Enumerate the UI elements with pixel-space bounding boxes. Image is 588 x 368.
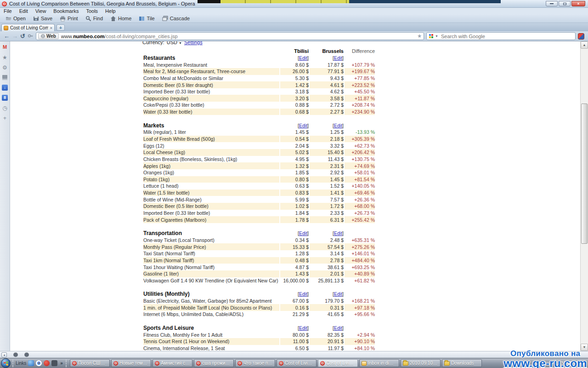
new-tab-button[interactable]: + [57, 24, 65, 31]
item-label: Coke/Pepsi (0.33 liter bottle) [143, 102, 279, 109]
item-label: Potato (1kg) [143, 176, 279, 183]
toolbar-overflow-chevron[interactable]: » [60, 361, 63, 366]
taskbar-button[interactable]: Downloads [442, 359, 482, 367]
difference-percent: +2.94 % [345, 331, 375, 338]
key-icon[interactable] [28, 32, 34, 40]
taskbar-button[interactable]: OАмнистия спутн... [153, 359, 192, 367]
home-button[interactable]: Home [107, 15, 135, 23]
table-row: Oranges (1kg)1.85 $2.92 $+58.01 % [143, 169, 375, 176]
find-button[interactable]: Find [82, 15, 107, 23]
search-field[interactable]: ▼ [426, 32, 576, 40]
edit-link[interactable]: Edit [299, 55, 307, 61]
opera-link-icon[interactable] [578, 33, 584, 40]
taskbar-button[interactable]: Oсша прожиточн... [194, 359, 234, 367]
brussels-price: 25,891.13 $ [310, 277, 344, 284]
tbilisi-price: 1.28 $ [280, 250, 309, 257]
table-header-row: TbilisiBrusselsDifference [143, 48, 375, 55]
background-window-strip-dark [198, 0, 220, 3]
url-field[interactable]: Web www.numbeo.com/cost-of-living/compar… [36, 32, 424, 40]
close-button[interactable]: x [571, 1, 585, 6]
back-button[interactable]: ← [4, 33, 10, 39]
downloads-icon[interactable]: ↓ [2, 85, 8, 91]
taskbar-button[interactable]: OНовые темы | Ф... [111, 359, 151, 367]
taskbar-button[interactable]: OCost of Living in ... [277, 359, 317, 367]
menu-view[interactable]: View [32, 8, 50, 14]
reload-button[interactable]: ↺ [20, 33, 25, 39]
search-engine-dropdown-icon[interactable]: ▼ [435, 34, 438, 38]
tab-close-icon[interactable]: × [50, 26, 52, 30]
app-quicklaunch-icon[interactable] [51, 360, 57, 366]
menu-tools[interactable]: Tools [82, 8, 102, 14]
edit-link[interactable]: Edit [334, 291, 342, 297]
currency-row: Currency: USD ▼ Settings [142, 41, 580, 45]
table-row: Eggs (12)2.04 $3.32 $+62.73 % [143, 142, 375, 149]
search-input[interactable] [440, 33, 573, 40]
restore-button[interactable] [559, 1, 571, 6]
print-button[interactable]: Print [56, 15, 82, 23]
forward-button[interactable]: → [12, 33, 18, 39]
opera-turbo-icon[interactable] [24, 352, 29, 357]
gmail-icon[interactable]: M [2, 44, 8, 50]
edit-link[interactable]: Edit [334, 230, 342, 236]
tbilisi-price: 5.30 $ [280, 75, 309, 82]
panel-toggle-button[interactable]: ◂ [1, 352, 7, 357]
tab-cost-of-living[interactable]: Cost of Living Compari... × [1, 24, 55, 31]
open-button[interactable]: Open [2, 15, 29, 23]
taskbar-button[interactable]: OЧто такое прож... [235, 359, 275, 367]
opera-icon: O [279, 361, 283, 366]
taskbar-button[interactable]: 2010.09.10 Landc... [401, 359, 441, 367]
history-icon[interactable]: ◷ [2, 105, 8, 111]
security-badge[interactable]: Web [38, 33, 59, 39]
vertical-scrollbar[interactable]: ▲ ▼ [580, 41, 588, 351]
opera-quicklaunch-icon[interactable] [44, 360, 50, 366]
menu-help[interactable]: Help [102, 8, 119, 14]
table-row: Milk (regular), 1 liter1.45 $1.25 $-13.9… [143, 129, 375, 136]
minimize-button[interactable] [546, 1, 558, 6]
tile-button[interactable]: Tile [135, 15, 158, 23]
taskbar-button[interactable]: Inbox in dimitria... [359, 359, 399, 367]
item-label: Milk (regular), 1 liter [143, 129, 279, 136]
menu-file[interactable]: File [0, 8, 16, 14]
chrome-quicklaunch-icon[interactable] [36, 360, 42, 366]
edit-link[interactable]: Edit [299, 123, 307, 128]
settings-link[interactable]: Settings [184, 41, 203, 45]
difference-percent: +84.10 % [345, 345, 375, 351]
add-panel-icon[interactable]: + [2, 115, 8, 121]
taskbar-button-label: сша прожиточн... [202, 361, 232, 366]
notes-icon[interactable] [2, 75, 8, 80]
save-button[interactable]: Save [29, 15, 56, 23]
edit-link[interactable]: Edit [299, 291, 307, 297]
brussels-price: 179.70 $ [310, 298, 344, 305]
brussels-price: 17.87 $ [310, 61, 344, 68]
opera-unite-icon[interactable] [13, 352, 18, 357]
taskbar-button[interactable]: OCost of Living C... [318, 359, 358, 367]
badge-8-icon[interactable]: 8 [2, 95, 8, 101]
table-row: Cinema, International Release, 1 Seat6.5… [143, 345, 375, 351]
edit-link[interactable]: Edit [334, 55, 342, 61]
edit-link[interactable]: Edit [299, 325, 307, 331]
currency-select[interactable]: USD ▼ [167, 41, 182, 45]
difference-percent: +97.18 % [345, 304, 375, 311]
cascade-button[interactable]: Cascade [158, 15, 193, 23]
brussels-price: 2.27 $ [310, 109, 344, 115]
ie-quicklaunch-icon[interactable] [28, 360, 34, 366]
folder-icon [444, 361, 450, 366]
scrollbar-thumb[interactable] [581, 104, 588, 244]
menu-edit[interactable]: Edit [16, 8, 32, 14]
gear-icon[interactable]: ⚙ [2, 64, 8, 70]
edit-link[interactable]: Edit [299, 230, 307, 236]
bookmark-star-icon[interactable]: ★ [417, 33, 422, 39]
edit-link[interactable]: Edit [334, 325, 342, 331]
table-row: Monthly Pass (Regular Price)15.33 $57.54… [143, 243, 375, 250]
edit-link[interactable]: Edit [334, 123, 342, 128]
difference-percent: +146.01 % [345, 250, 375, 257]
item-label: Combo Meal at McDonalds or Similar [143, 75, 279, 82]
start-button[interactable] [1, 358, 11, 368]
tbilisi-price: 80.00 $ [280, 331, 309, 338]
scroll-up-button[interactable]: ▲ [581, 41, 588, 49]
taskbar-button[interactable]: OПосол США в Л... [70, 359, 110, 367]
comparison-table: TbilisiBrusselsDifferenceRestaurants[Edi… [142, 48, 376, 351]
tool-label: Save [41, 16, 52, 21]
star-icon[interactable]: ★ [2, 54, 8, 60]
menu-bookmarks[interactable]: Bookmarks [50, 8, 82, 14]
